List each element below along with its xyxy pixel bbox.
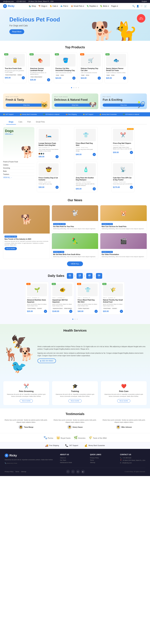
nav-fish[interactable]: 🐟 Fish ▾ <box>60 5 68 7</box>
tab-dogs[interactable]: Dogs <box>6 120 16 124</box>
add-to-cart-button[interactable]: + <box>72 76 75 80</box>
footer-link-privacy[interactable]: Privacy Policy <box>90 457 115 458</box>
nav-small-pets[interactable]: 🐹 Small Pets ▾ <box>71 5 84 7</box>
hero-cta-button[interactable]: Read More <box>9 29 24 34</box>
avatar: 👩 <box>19 425 23 429</box>
nav-dogs[interactable]: 🐕 Dogs ▾ <box>38 5 47 7</box>
dot-2[interactable] <box>75 319 75 320</box>
facebook-icon[interactable]: f <box>66 470 70 474</box>
add-to-cart-button[interactable]: + <box>69 310 72 313</box>
tab-small-pets[interactable]: Small Pets <box>33 120 47 124</box>
add-to-cart-button[interactable]: + <box>120 310 123 313</box>
wishlist-icon[interactable]: ♡ <box>141 5 143 7</box>
dogs-view-all[interactable]: VIEW ALL → <box>5 133 32 134</box>
footer-link-maintenance[interactable]: Maintenance Mode <box>60 462 85 463</box>
see-on-video-button[interactable]: ▶ SEE ON VIDEO <box>37 358 56 363</box>
color-swatch[interactable] <box>39 153 40 154</box>
dot-3[interactable] <box>76 87 76 88</box>
cat-grooming[interactable]: Grooming <box>3 166 34 170</box>
topbar-language[interactable]: English <box>142 1 147 2</box>
nav-birds[interactable]: 🦜 Birds ▾ <box>100 5 109 7</box>
product-desc: Ipsum sed facilisis alique leo alique tu… <box>78 304 98 307</box>
dot-3[interactable] <box>77 319 78 320</box>
add-to-cart-button[interactable]: + <box>130 151 133 154</box>
product-image: 🛒 <box>81 54 101 66</box>
view-all-news-button[interactable]: VIEW ALL <box>67 262 83 266</box>
product-name: Frisco Cowboy Dog & Cat Costume <box>39 177 59 181</box>
product-name: Cube Next Time GPS Cat & Dog Tracker <box>113 177 133 181</box>
dogs-emoji: 🐕 <box>21 146 34 158</box>
nav-reptiles[interactable]: 🦎 Reptiles ▾ <box>86 5 98 7</box>
cat-clothes[interactable]: Clothes <box>3 164 34 166</box>
author-name: Tiana Mange <box>24 426 33 428</box>
tab-cats[interactable]: Cats <box>16 120 25 124</box>
add-to-cart-button[interactable]: + <box>130 186 133 189</box>
read-more-button[interactable]: READ MORE <box>20 399 33 402</box>
read-more-button[interactable]: READ MORE <box>69 399 82 402</box>
cat-view-all[interactable]: VIEW ALL → <box>3 176 34 179</box>
tab-fish[interactable]: Fish <box>25 120 33 124</box>
footer-link-terms[interactable]: Terms <box>90 460 115 461</box>
footer-bottom-terms[interactable]: Terms <box>15 471 19 472</box>
account-icon[interactable]: 👤 <box>136 5 139 7</box>
product-name: Savory Salmon Flavour Dental Cat Treats <box>106 68 126 72</box>
product-badge: New <box>102 283 106 285</box>
youtube-icon[interactable]: ▶ <box>81 470 85 474</box>
add-to-cart-button[interactable]: + <box>93 187 96 190</box>
hero-subtitle: For Dogs and Cats <box>9 24 60 27</box>
dot-1[interactable] <box>71 87 72 88</box>
search-icon[interactable]: 🔍 <box>132 5 135 7</box>
add-to-cart-button[interactable]: + <box>47 78 50 82</box>
add-to-cart-button[interactable]: + <box>94 310 98 313</box>
cat-fresh-food[interactable]: Fresh & Frozen Food <box>3 160 34 164</box>
color-swatch[interactable] <box>43 153 44 154</box>
countdown-sep: : <box>94 274 95 278</box>
cat-trackers[interactable]: Trackers <box>3 173 34 176</box>
product-footer: $20.00 + <box>103 310 123 313</box>
add-to-cart-button[interactable]: + <box>56 186 59 189</box>
add-to-cart-button[interactable]: + <box>123 76 126 80</box>
read-more-button[interactable]: READ MORE <box>117 399 131 402</box>
news-grid: 🐕 November 15, 2022 New Trends in Pets I… <box>3 205 147 259</box>
news-read-more-button[interactable]: READ MORE <box>4 247 17 250</box>
product-meta: Fresh - Whole Hearted <box>30 76 50 78</box>
product-image: 🧴 <box>76 163 96 176</box>
health-content: Amet a malesuada sed tui suspendisse tri… <box>37 345 147 363</box>
footer-link-sitemap[interactable]: Sitemap <box>90 462 115 463</box>
service-training: 🎓 Training Maecenas dui proin elit sit. … <box>52 381 98 405</box>
add-to-cart-button[interactable]: + <box>44 310 47 313</box>
news-title-text: We Sell New Birds from South Africa <box>53 254 97 255</box>
product-price: $20.00 <box>103 310 109 312</box>
support-icon: 📞 <box>65 444 68 447</box>
banner-label: New Cat Food <box>6 96 47 98</box>
add-to-cart-button[interactable]: + <box>98 76 101 80</box>
footer-bottom-privacy[interactable]: Privacy Policy <box>5 471 13 472</box>
news-image: 🐕 <box>3 205 50 234</box>
twitter-icon[interactable]: t <box>71 470 75 474</box>
instagram-icon[interactable]: in <box>76 470 80 474</box>
product-name: Precious Cat Ultra Unscented Clumping Cl… <box>56 68 75 72</box>
testimonial-text: Plantos faruc proín commodo. Tacidus tac… <box>101 419 147 424</box>
add-to-cart-button[interactable]: + <box>56 155 59 158</box>
news-section: Our News 🐕 November 15, 2022 New Trends … <box>0 195 150 269</box>
nav-pages[interactable]: Pages ▾ <box>111 5 118 7</box>
footer-link-about[interactable]: About Us <box>60 457 85 458</box>
banner-best-dogs: Best for Dogs Delicious & Natural Food S… <box>52 94 98 109</box>
dot-2[interactable] <box>74 87 74 88</box>
nav-cats[interactable]: 🐈 Cats ▾ <box>50 5 58 7</box>
product-meta: Food & FeedsGroomer <box>103 308 123 309</box>
footer-link-team[interactable]: Our Team <box>60 460 85 461</box>
cart-icon[interactable]: 🛒 <box>144 5 147 7</box>
footer-bottom-sitemap[interactable]: Sitemap <box>21 471 26 472</box>
product-meta: Shampoo - Whole Hearted <box>76 181 96 183</box>
add-to-cart-button[interactable]: + <box>22 76 25 79</box>
color-swatch[interactable] <box>41 153 42 154</box>
navbar-brand[interactable]: R Ricky <box>3 4 14 8</box>
dot-4[interactable] <box>78 87 79 88</box>
cat-beds[interactable]: Beds <box>3 170 34 173</box>
product-name: Frisco Black Plaid Dog Shirt <box>76 142 96 146</box>
nav-shop[interactable]: 🏪 Shop <box>29 5 36 7</box>
dot-1[interactable] <box>72 319 73 320</box>
product-price: $30.00 <box>39 186 44 188</box>
add-to-cart-button[interactable]: + <box>93 153 96 156</box>
